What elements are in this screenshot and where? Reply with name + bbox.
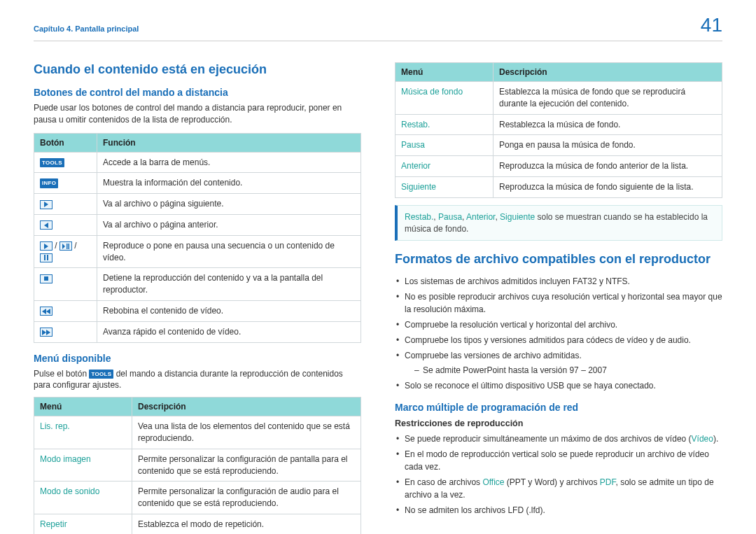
cell-desc: Ponga en pausa la música de fondo. <box>493 135 722 156</box>
cell-desc: Va al archivo o página siguiente. <box>97 194 361 215</box>
pause-icon <box>40 253 52 262</box>
cell-desc: Reproduzca la música de fondo siguiente … <box>493 176 722 197</box>
buttons-table-head-func: Función <box>97 133 361 152</box>
svg-marker-9 <box>42 309 46 314</box>
sub-list-item: Se admite PowerPoint hasta la versión 97… <box>414 364 722 377</box>
list-item: En caso de archivos Office (PPT y Word) … <box>395 476 722 501</box>
cell-desc: Permite personalizar la configuración de… <box>132 482 361 514</box>
text: ). <box>713 434 718 444</box>
table-row: Va al archivo o página anterior. <box>34 214 361 235</box>
kw: Restab. <box>405 212 433 222</box>
menu-name: Siguiente <box>396 176 493 197</box>
cell-desc: Reproduzca la música de fondo anterior d… <box>493 156 722 177</box>
table-row: Lis. rep. Vea una lista de los elementos… <box>34 416 361 449</box>
tools-icon: TOOLS <box>89 370 113 379</box>
table-row: Siguiente Reproduzca la música de fondo … <box>396 176 722 197</box>
cell-desc: Permite personalizar la configuración de… <box>132 449 361 482</box>
menu-name: Música de fondo <box>396 82 493 115</box>
menu-name: Modo imagen <box>34 449 132 482</box>
svg-marker-11 <box>42 330 46 335</box>
kw: Siguiente <box>500 212 535 222</box>
kw: Pausa <box>438 212 462 222</box>
kw-video: Vídeo <box>692 434 713 444</box>
svg-marker-10 <box>46 309 50 314</box>
svg-marker-12 <box>46 330 50 335</box>
subheading-remote-buttons: Botones de control del mando a distancia <box>34 87 361 98</box>
menu-name: Lis. rep. <box>34 416 132 449</box>
rewind-icon <box>40 307 52 316</box>
table-row: Avanza rápido el contenido de vídeo. <box>34 321 361 342</box>
remote-buttons-intro: Puede usar los botones de control del ma… <box>34 102 361 126</box>
list-item: Solo se reconoce el último dispositivo U… <box>395 379 722 392</box>
table-row: TOOLS Accede a la barra de menús. <box>34 152 361 173</box>
svg-marker-2 <box>44 244 48 249</box>
table-row: Va al archivo o página siguiente. <box>34 194 361 215</box>
table-row: Pausa Ponga en pausa la música de fondo. <box>396 135 722 156</box>
menu-table-right: Menú Descripción Música de fondo Estable… <box>395 62 722 198</box>
buttons-table-head-btn: Botón <box>34 133 97 152</box>
right-column: Menú Descripción Música de fondo Estable… <box>395 62 722 534</box>
menu-table2-head-menu: Menú <box>396 63 493 82</box>
section-heading: Cuando el contenido está en ejecución <box>34 62 361 77</box>
cell-desc: Restablezca la música de fondo. <box>493 114 722 135</box>
content-columns: Cuando el contenido está en ejecución Bo… <box>34 62 722 534</box>
subsubheading-restrictions: Restricciones de reproducción <box>395 419 722 428</box>
info-icon: INFO <box>40 178 58 188</box>
svg-marker-0 <box>44 202 48 207</box>
tools-icon: TOOLS <box>40 158 64 167</box>
callout-note: Restab., Pausa, Anterior, Siguiente solo… <box>395 205 722 241</box>
list-item: Compruebe la resolución vertical y horiz… <box>395 318 722 331</box>
svg-marker-1 <box>44 223 48 228</box>
page-number: 41 <box>701 14 722 36</box>
cell-desc: Establezca la música de fondo que se rep… <box>493 82 722 115</box>
formats-bullets: Los sistemas de archivos admitidos inclu… <box>395 275 722 392</box>
table-row: Modo de sonido Permite personalizar la c… <box>34 482 361 514</box>
table-row: Restab. Restablezca la música de fondo. <box>396 114 722 135</box>
menu-table-left: Menú Descripción Lis. rep. Vea una lista… <box>34 397 361 534</box>
cell-desc: Muestra la información del contenido. <box>97 173 361 194</box>
svg-rect-4 <box>66 244 68 249</box>
table-row: Detiene la reproducción del contenido y … <box>34 268 361 301</box>
kw-office: Office <box>482 477 504 487</box>
menu-intro: Pulse el botón TOOLS del mando a distanc… <box>34 368 361 392</box>
table-row: INFO Muestra la información del contenid… <box>34 173 361 194</box>
table-row: Rebobina el contenido de vídeo. <box>34 300 361 321</box>
menu-name: Repetir <box>34 514 132 534</box>
list-item: En el modo de reproducción vertical solo… <box>395 448 722 473</box>
text: Pulse el botón <box>34 369 89 379</box>
cell-desc: Detiene la reproducción del contenido y … <box>97 268 361 301</box>
list-item: Se puede reproducir simultáneamente un m… <box>395 433 722 445</box>
list-item: Compruebe las versiones de archivo admit… <box>395 349 722 377</box>
menu-name: Anterior <box>396 156 493 177</box>
play-icon <box>40 241 52 251</box>
menu-name: Restab. <box>396 114 493 135</box>
text: Se puede reproducir simultáneamente un m… <box>405 434 692 444</box>
cell-desc: Vea una lista de los elementos del conte… <box>132 416 361 449</box>
text: En caso de archivos <box>405 477 482 487</box>
prev-icon <box>40 220 52 230</box>
playpause-icon <box>59 241 72 251</box>
subheading-marco: Marco múltiple de programación de red <box>395 402 722 413</box>
subheading-menu: Menú disponible <box>34 353 361 364</box>
table-row: Música de fondo Establezca la música de … <box>396 82 722 115</box>
next-icon <box>40 200 52 209</box>
cell-desc: Reproduce o pone en pausa una secuencia … <box>97 235 361 268</box>
chapter-label: Capítulo 4. Pantalla principal <box>34 24 139 33</box>
list-item: No se admiten los archivos LFD (.lfd). <box>395 504 722 517</box>
kw: Anterior <box>466 212 495 222</box>
table-row: Repetir Establezca el modo de repetición… <box>34 514 361 534</box>
svg-rect-5 <box>69 244 70 249</box>
svg-marker-3 <box>62 244 65 249</box>
list-item: No es posible reproducir archivos cuya r… <box>395 290 722 316</box>
buttons-table: Botón Función TOOLS Accede a la barra de… <box>34 133 361 343</box>
left-column: Cuando el contenido está en ejecución Bo… <box>34 62 361 534</box>
table-row: Modo imagen Permite personalizar la conf… <box>34 449 361 482</box>
kw-pdf: PDF <box>600 477 616 487</box>
cell-desc: Avanza rápido el contenido de vídeo. <box>97 321 361 342</box>
menu-table-head-desc: Descripción <box>132 398 361 416</box>
table-row: / / Reproduce o pone en pausa una secuen… <box>34 235 361 268</box>
cell-desc: Establezca el modo de repetición. <box>132 514 361 534</box>
stop-icon <box>40 274 52 283</box>
cell-desc: Va al archivo o página anterior. <box>97 214 361 235</box>
menu-table2-head-desc: Descripción <box>493 63 722 82</box>
